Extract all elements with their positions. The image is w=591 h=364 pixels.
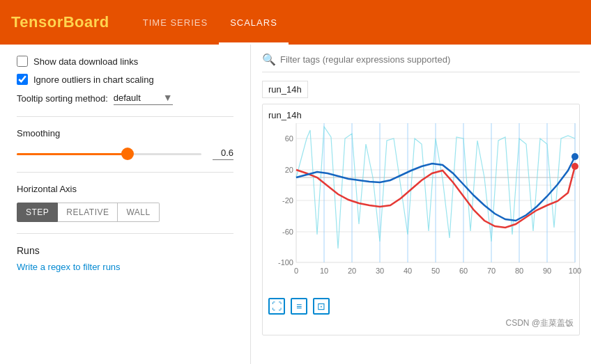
divider-2 <box>17 172 233 173</box>
search-icon: 🔍 <box>262 53 276 66</box>
svg-text:60: 60 <box>459 267 468 275</box>
menu-icon[interactable]: ≡ <box>291 298 307 315</box>
show-download-checkbox[interactable] <box>17 56 28 67</box>
axis-label: Horizontal Axis <box>17 184 233 194</box>
slider-track <box>17 153 201 155</box>
chart-actions: ⛶ ≡ ⊡ <box>268 298 574 315</box>
header: TensorBoard TIME SERIES SCALARS <box>0 0 591 45</box>
ignore-outliers-checkbox[interactable] <box>17 74 28 85</box>
svg-text:50: 50 <box>431 267 440 275</box>
smoothing-slider[interactable] <box>17 147 201 161</box>
chart-container: run_14h <box>262 104 580 335</box>
filter-input[interactable] <box>280 54 580 65</box>
chart-title: run_14h <box>268 110 574 120</box>
svg-text:30: 30 <box>376 267 384 275</box>
svg-text:80: 80 <box>515 267 523 275</box>
logo-board: Board <box>63 13 109 31</box>
expand-icon[interactable]: ⛶ <box>268 298 285 315</box>
sidebar: Show data download links Ignore outliers… <box>0 45 251 364</box>
slider-fill <box>17 153 128 155</box>
ignore-outliers-row: Ignore outliers in chart scaling <box>17 74 233 85</box>
axis-btn-relative[interactable]: RELATIVE <box>58 203 118 222</box>
svg-text:40: 40 <box>404 267 412 275</box>
smoothing-label: Smoothing <box>17 128 233 139</box>
main-layout: Show data download links Ignore outliers… <box>0 45 591 364</box>
run-tag: run_14h <box>262 81 308 98</box>
smoothing-value: 0.6 <box>213 148 233 160</box>
tooltip-select-wrapper: default ascending descending nearest ▼ <box>114 92 173 105</box>
tooltip-row: Tooltip sorting method: default ascendin… <box>17 92 233 105</box>
watermark: CSDN @韭菜盖饭 <box>268 317 574 329</box>
svg-text:90: 90 <box>543 267 551 275</box>
show-download-row: Show data download links <box>17 56 233 67</box>
svg-text:70: 70 <box>487 267 496 275</box>
svg-text:-100: -100 <box>278 258 293 267</box>
fullscreen-icon[interactable]: ⊡ <box>313 298 330 315</box>
right-panel: 🔍 run_14h run_14h <box>251 45 591 364</box>
filter-row: 🔍 <box>262 53 580 72</box>
chart-svg: 60 20 -20 -60 -100 0 10 20 30 40 50 60 7… <box>268 123 582 290</box>
slider-thumb <box>121 148 134 160</box>
show-download-label[interactable]: Show data download links <box>33 56 138 67</box>
svg-text:100: 100 <box>569 267 581 275</box>
runs-filter-link[interactable]: Write a regex to filter runs <box>17 262 233 272</box>
svg-point-19 <box>571 153 578 160</box>
ignore-outliers-label[interactable]: Ignore outliers in chart scaling <box>33 74 154 85</box>
logo: TensorBoard <box>11 13 109 31</box>
svg-text:-60: -60 <box>282 228 293 236</box>
smoothing-slider-row: 0.6 <box>17 147 233 161</box>
divider-3 <box>17 233 233 234</box>
tooltip-label: Tooltip sorting method: <box>17 93 108 104</box>
svg-text:20: 20 <box>285 166 293 174</box>
svg-text:-20: -20 <box>282 196 293 205</box>
svg-text:20: 20 <box>348 267 356 275</box>
divider-1 <box>17 116 233 117</box>
svg-text:0: 0 <box>294 267 298 275</box>
svg-text:10: 10 <box>320 267 328 275</box>
axis-buttons: STEP RELATIVE WALL <box>17 203 233 222</box>
logo-tensor: Tensor <box>11 13 63 31</box>
nav-tab-timeseries[interactable]: TIME SERIES <box>132 0 219 45</box>
chart-wrapper: 60 20 -20 -60 -100 0 10 20 30 40 50 60 7… <box>268 123 574 292</box>
runs-label: Runs <box>17 245 233 256</box>
axis-btn-step[interactable]: STEP <box>17 203 58 222</box>
axis-btn-wall[interactable]: WALL <box>118 203 159 222</box>
nav-tabs: TIME SERIES SCALARS <box>132 0 289 45</box>
tooltip-select[interactable]: default ascending descending nearest <box>114 93 174 103</box>
svg-point-20 <box>571 163 578 170</box>
svg-text:60: 60 <box>285 134 293 143</box>
nav-tab-scalars[interactable]: SCALARS <box>219 0 289 45</box>
